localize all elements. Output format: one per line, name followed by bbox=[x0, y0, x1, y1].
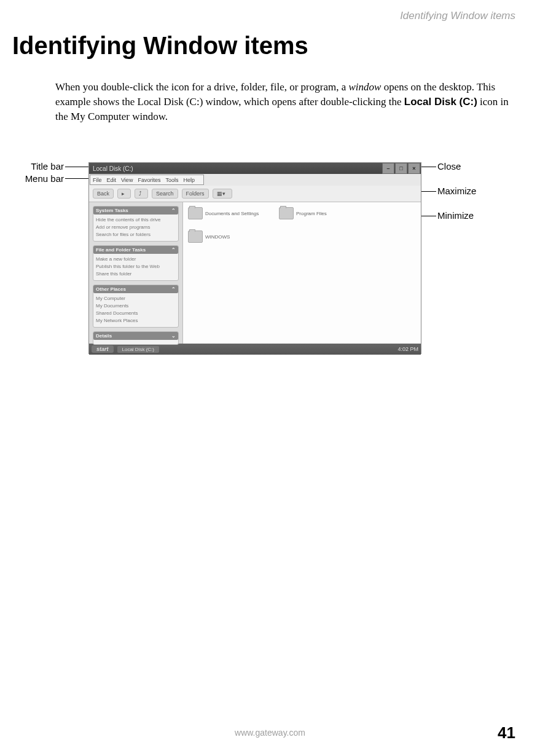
forward-button[interactable]: ▸ bbox=[117, 189, 131, 199]
label-title-bar: Title bar bbox=[5, 161, 64, 171]
file-folder-tasks-title: File and Folder Tasks bbox=[96, 247, 146, 253]
menu-edit[interactable]: Edit bbox=[107, 177, 117, 183]
folder-item[interactable]: Documents and Settings bbox=[188, 207, 268, 219]
folder-label: WINDOWS bbox=[205, 234, 230, 240]
details-panel: Details⌄ bbox=[93, 331, 179, 345]
folder-label: Program Files bbox=[296, 211, 327, 216]
menu-favorites[interactable]: Favorites bbox=[138, 177, 160, 183]
system-tasks-panel: System Tasks⌃ Hide the contents of this … bbox=[93, 206, 179, 242]
label-menu-bar: Menu bar bbox=[5, 173, 64, 184]
folders-button[interactable]: Folders bbox=[182, 189, 209, 199]
folder-icon bbox=[188, 207, 203, 219]
local-disk-bold: Local Disk (C:) bbox=[404, 96, 477, 108]
label-maximize: Maximize bbox=[437, 186, 476, 196]
title-bar: Local Disk (C:) – □ × bbox=[89, 163, 421, 174]
other-places-panel: Other Places⌃ My Computer My Documents S… bbox=[93, 285, 179, 328]
callout-line-close bbox=[419, 167, 436, 167]
taskbar-item[interactable]: Local Disk (C:) bbox=[117, 346, 159, 353]
page-heading: Identifying Window items bbox=[12, 32, 308, 60]
taskbar: start Local Disk (C:) 4:02 PM bbox=[89, 344, 421, 355]
panel-item[interactable]: My Network Places bbox=[96, 317, 176, 325]
folder-item[interactable]: WINDOWS bbox=[188, 230, 268, 243]
folder-label: Documents and Settings bbox=[205, 211, 259, 216]
menu-tools[interactable]: Tools bbox=[165, 177, 178, 183]
callout-line-title-bar bbox=[65, 167, 88, 167]
folder-icon bbox=[279, 207, 294, 219]
file-folder-tasks-panel: File and Folder Tasks⌃ Make a new folder… bbox=[93, 245, 179, 281]
figure-area: Title bar Menu bar Close Maximize Minimi… bbox=[0, 160, 540, 369]
up-button[interactable]: ⤴ bbox=[135, 189, 148, 199]
folder-view[interactable]: Documents and Settings Program Files WIN… bbox=[183, 202, 421, 344]
panel-item[interactable]: Hide the contents of this drive bbox=[96, 216, 176, 224]
panel-item[interactable]: Search for files or folders bbox=[96, 231, 176, 238]
label-close: Close bbox=[437, 161, 461, 171]
minimize-button[interactable]: – bbox=[382, 163, 394, 174]
close-button[interactable]: × bbox=[408, 163, 420, 174]
menu-file[interactable]: File bbox=[93, 177, 102, 183]
menu-bar[interactable]: File Edit View Favorites Tools Help bbox=[90, 175, 204, 185]
screenshot-window: Local Disk (C:) – □ × File Edit View Fav… bbox=[88, 162, 421, 354]
back-button[interactable]: Back bbox=[93, 189, 114, 199]
footer-url: www.gateway.com bbox=[0, 728, 540, 738]
task-pane: System Tasks⌃ Hide the contents of this … bbox=[89, 202, 183, 344]
menu-help[interactable]: Help bbox=[183, 177, 195, 183]
running-header: Identifying Window items bbox=[400, 10, 515, 22]
collapse-icon[interactable]: ⌃ bbox=[171, 247, 176, 253]
window-content: System Tasks⌃ Hide the contents of this … bbox=[89, 202, 421, 344]
panel-item[interactable]: My Documents bbox=[96, 302, 176, 310]
label-minimize: Minimize bbox=[437, 210, 474, 221]
views-button[interactable]: ▦▾ bbox=[213, 189, 232, 199]
window-word: window bbox=[349, 81, 382, 93]
expand-icon[interactable]: ⌄ bbox=[171, 333, 176, 339]
panel-item[interactable]: Add or remove programs bbox=[96, 224, 176, 231]
folder-item[interactable]: Program Files bbox=[279, 207, 359, 219]
collapse-icon[interactable]: ⌃ bbox=[171, 286, 176, 292]
callout-line-menu-bar bbox=[65, 178, 88, 179]
start-button[interactable]: start bbox=[92, 345, 114, 353]
folder-icon bbox=[188, 230, 203, 243]
panel-item[interactable]: My Computer bbox=[96, 295, 176, 302]
system-tasks-title: System Tasks bbox=[96, 208, 128, 213]
menu-view[interactable]: View bbox=[121, 177, 133, 183]
panel-item[interactable]: Shared Documents bbox=[96, 310, 176, 317]
para-text-1: When you double-click the icon for a dri… bbox=[55, 81, 349, 93]
intro-paragraph: When you double-click the icon for a dri… bbox=[55, 80, 515, 124]
maximize-button[interactable]: □ bbox=[395, 163, 407, 174]
collapse-icon[interactable]: ⌃ bbox=[171, 208, 176, 213]
panel-item[interactable]: Share this folder bbox=[96, 270, 176, 278]
details-title: Details bbox=[96, 333, 112, 339]
panel-item[interactable]: Publish this folder to the Web bbox=[96, 263, 176, 270]
other-places-title: Other Places bbox=[96, 286, 126, 292]
title-bar-text: Local Disk (C:) bbox=[93, 165, 133, 172]
taskbar-clock: 4:02 PM bbox=[397, 346, 418, 352]
window-control-group: – □ × bbox=[382, 163, 421, 174]
toolbar: Back ▸ ⤴ Search Folders ▦▾ bbox=[89, 186, 421, 202]
page-number: 41 bbox=[498, 723, 515, 742]
search-button[interactable]: Search bbox=[152, 189, 178, 199]
panel-item[interactable]: Make a new folder bbox=[96, 256, 176, 263]
